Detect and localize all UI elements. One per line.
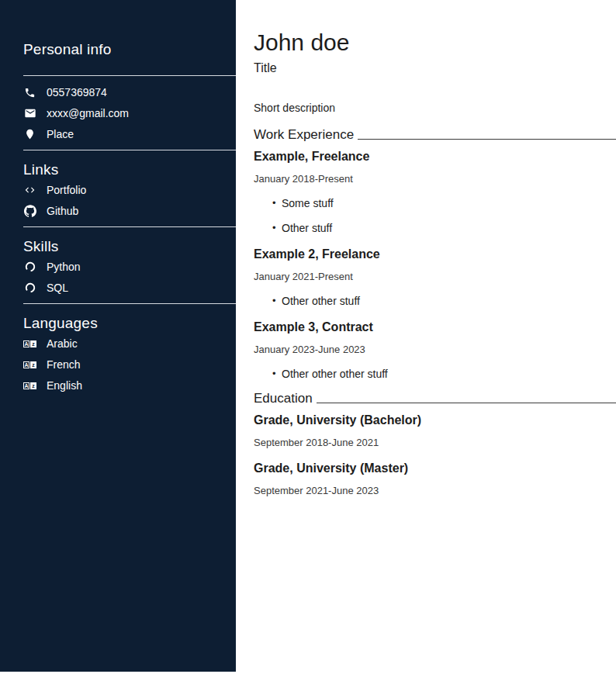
entry-bullets: Other other other stuff	[254, 368, 616, 380]
section-work-experience: Work Experience Example, Freelance Janua…	[254, 127, 616, 380]
entry-role: Example, Freelance	[254, 150, 616, 164]
sidebar-section-title-languages: Languages	[23, 315, 213, 332]
entry-role: Example 3, Contract	[254, 320, 616, 334]
bullet-item: Other other stuff	[272, 295, 616, 307]
links-items: Portfolio Github	[0, 184, 236, 217]
language-icon: A z	[23, 379, 36, 392]
entry-role: Grade, University (Bachelor)	[254, 413, 616, 427]
entry-bullets: Other other stuff	[254, 295, 616, 307]
skill-label: SQL	[47, 282, 68, 294]
entry-period: September 2018-June 2021	[254, 437, 616, 448]
section-heading-rule	[358, 139, 616, 140]
language-label: French	[47, 358, 81, 371]
bullet-item: Other stuff	[272, 222, 616, 234]
resume-main: John doe Title Short description Work Ex…	[236, 0, 616, 674]
language-arabic: A z Arabic	[23, 337, 236, 350]
sidebar-section-title-personal-info: Personal info	[23, 41, 213, 58]
sidebar-divider	[23, 303, 236, 304]
code-icon	[23, 184, 36, 196]
work-entry: Example 3, Contract January 2023-June 20…	[254, 320, 616, 380]
section-heading-rule	[317, 403, 616, 403]
sidebar: Personal info 0557369874 xxxx@gmail.com …	[0, 0, 236, 672]
portfolio-label: Portfolio	[47, 184, 86, 196]
section-heading-row: Work Experience	[254, 127, 616, 143]
skills-items: Python SQL	[0, 261, 236, 294]
link-github[interactable]: Github	[23, 205, 236, 217]
sidebar-divider	[23, 150, 236, 150]
place-value: Place	[47, 128, 74, 140]
skill-sql: SQL	[23, 282, 236, 294]
short-description: Short description	[254, 102, 616, 114]
contact-place: Place	[23, 128, 236, 140]
circle-notch-icon	[23, 282, 36, 294]
languages-items: A z Arabic A z French A z Englis	[0, 337, 236, 392]
phone-value: 0557369874	[47, 86, 107, 99]
sidebar-section-title-skills: Skills	[23, 238, 213, 255]
skill-python: Python	[23, 261, 236, 273]
bullet-item: Other other other stuff	[272, 368, 616, 380]
link-portfolio[interactable]: Portfolio	[23, 184, 236, 196]
education-entry: Grade, University (Bachelor) September 2…	[254, 413, 616, 448]
location-icon	[23, 128, 36, 140]
language-icon-right: z	[30, 382, 36, 389]
work-entry: Example, Freelance January 2018-Present …	[254, 150, 616, 234]
entry-period: September 2021-June 2023	[254, 485, 616, 496]
email-icon	[23, 107, 36, 119]
section-heading: Education	[254, 391, 313, 406]
language-icon-left: A	[23, 340, 29, 347]
circle-notch-icon	[23, 261, 36, 273]
person-name: John doe	[254, 29, 616, 56]
language-icon: A z	[23, 337, 36, 350]
language-icon-right: z	[30, 361, 36, 368]
entry-period: January 2023-June 2023	[254, 344, 616, 355]
language-french: A z French	[23, 358, 236, 371]
entry-period: January 2018-Present	[254, 173, 616, 185]
entry-role: Grade, University (Master)	[254, 461, 616, 475]
language-label: Arabic	[47, 337, 78, 350]
section-heading: Work Experience	[254, 127, 354, 143]
section-education: Education Grade, University (Bachelor) S…	[254, 391, 616, 496]
person-title: Title	[254, 60, 616, 75]
email-value: xxxx@gmail.com	[47, 107, 129, 119]
language-english: A z English	[23, 379, 236, 392]
language-icon-left: A	[23, 382, 29, 389]
language-label: English	[47, 379, 82, 392]
entry-bullets: Some stuff Other stuff	[254, 197, 616, 234]
skill-label: Python	[47, 261, 81, 273]
sidebar-divider	[23, 75, 236, 76]
entry-role: Example 2, Freelance	[254, 247, 616, 261]
language-icon-left: A	[23, 361, 29, 368]
github-label: Github	[47, 205, 78, 217]
education-entry: Grade, University (Master) September 202…	[254, 461, 616, 496]
contact-phone: 0557369874	[23, 86, 236, 99]
github-icon	[23, 205, 36, 217]
section-heading-row: Education	[254, 391, 616, 406]
personal-info-items: 0557369874 xxxx@gmail.com Place	[0, 86, 236, 140]
language-icon: A z	[23, 358, 36, 371]
entry-period: January 2021-Present	[254, 271, 616, 282]
sidebar-divider	[23, 226, 236, 227]
contact-email[interactable]: xxxx@gmail.com	[23, 107, 236, 119]
sidebar-section-title-links: Links	[23, 161, 213, 178]
bullet-item: Some stuff	[272, 197, 616, 209]
language-icon-right: z	[30, 340, 36, 347]
phone-icon	[23, 86, 36, 99]
work-entry: Example 2, Freelance January 2021-Presen…	[254, 247, 616, 307]
